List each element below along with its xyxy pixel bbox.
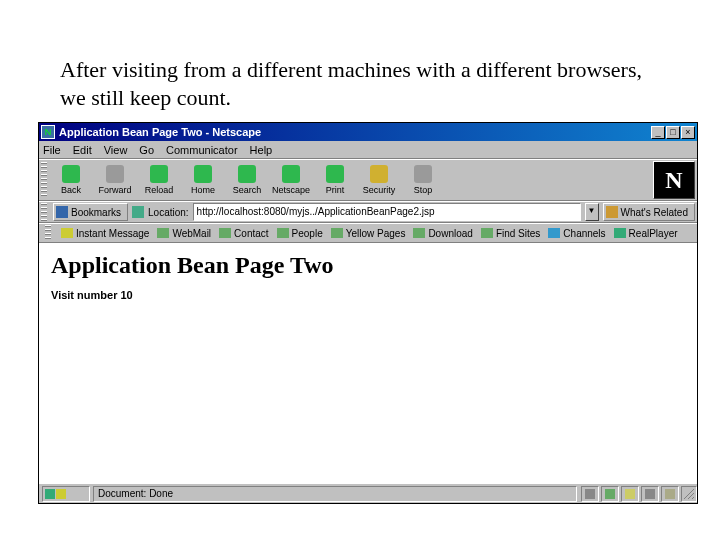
- personal-toolbar: Instant Message WebMail Contact People Y…: [39, 223, 697, 243]
- link-contact[interactable]: Contact: [219, 228, 268, 239]
- netscape-logo: N: [653, 161, 695, 199]
- toolbar: Back Forward Reload Home Search Netscape…: [39, 159, 697, 201]
- people-icon: [277, 228, 289, 238]
- channels-icon: [548, 228, 560, 238]
- mail-icon: [56, 489, 66, 499]
- home-button[interactable]: Home: [181, 161, 225, 199]
- whats-related-icon: [606, 206, 618, 218]
- links-grip[interactable]: [45, 225, 51, 241]
- close-button[interactable]: ×: [681, 126, 695, 139]
- yellowpages-icon: [331, 228, 343, 238]
- toolbar-grip[interactable]: [41, 162, 47, 198]
- link-people[interactable]: People: [277, 228, 323, 239]
- status-icon-1[interactable]: [581, 486, 599, 502]
- forward-button[interactable]: Forward: [93, 161, 137, 199]
- forward-icon: [106, 165, 124, 183]
- back-button[interactable]: Back: [49, 161, 93, 199]
- im-icon: [61, 228, 73, 238]
- content-area: Application Bean Page Two Visit number 1…: [39, 243, 697, 483]
- menu-file[interactable]: File: [43, 144, 61, 156]
- status-message: Document: Done: [93, 486, 577, 502]
- print-button[interactable]: Print: [313, 161, 357, 199]
- reload-icon: [150, 165, 168, 183]
- netscape-icon: N: [41, 125, 55, 139]
- url-dropdown[interactable]: ▼: [585, 203, 599, 221]
- minimize-button[interactable]: _: [651, 126, 665, 139]
- page-title: Application Bean Page Two: [51, 252, 685, 279]
- titlebar: N Application Bean Page Two - Netscape _…: [39, 123, 697, 141]
- whats-related-button[interactable]: What's Related: [603, 203, 696, 221]
- page-proxy-icon[interactable]: [132, 206, 144, 218]
- menubar: File Edit View Go Communicator Help: [39, 141, 697, 159]
- netscape-tb-icon: [282, 165, 300, 183]
- resize-grip[interactable]: [681, 486, 697, 502]
- lock-icon: [665, 489, 675, 499]
- findsites-icon: [481, 228, 493, 238]
- link-yellow-pages[interactable]: Yellow Pages: [331, 228, 406, 239]
- menu-help[interactable]: Help: [250, 144, 273, 156]
- back-icon: [62, 165, 80, 183]
- menu-communicator[interactable]: Communicator: [166, 144, 238, 156]
- link-webmail[interactable]: WebMail: [157, 228, 211, 239]
- download-icon: [413, 228, 425, 238]
- slide-caption: After visiting from a different machines…: [60, 56, 660, 111]
- home-icon: [194, 165, 212, 183]
- netscape-button[interactable]: Netscape: [269, 161, 313, 199]
- status-icon-2[interactable]: [601, 486, 619, 502]
- statusbar: Document: Done: [39, 483, 697, 503]
- location-label: Location:: [148, 207, 189, 218]
- location-bar: Bookmarks Location: http://localhost:808…: [39, 201, 697, 223]
- security-icon: [370, 165, 388, 183]
- bookmarks-button[interactable]: Bookmarks: [53, 203, 128, 221]
- window-title: Application Bean Page Two - Netscape: [59, 126, 651, 138]
- link-realplayer[interactable]: RealPlayer: [614, 228, 678, 239]
- netscape-window: N Application Bean Page Two - Netscape _…: [38, 122, 698, 504]
- contact-icon: [219, 228, 231, 238]
- status-icon-3[interactable]: [621, 486, 639, 502]
- maximize-button[interactable]: □: [666, 126, 680, 139]
- search-button[interactable]: Search: [225, 161, 269, 199]
- link-find-sites[interactable]: Find Sites: [481, 228, 540, 239]
- link-download[interactable]: Download: [413, 228, 472, 239]
- security-button[interactable]: Security: [357, 161, 401, 199]
- navigator-icon: [45, 489, 55, 499]
- menu-go[interactable]: Go: [139, 144, 154, 156]
- reload-button[interactable]: Reload: [137, 161, 181, 199]
- status-lock-icon[interactable]: [661, 486, 679, 502]
- print-icon: [326, 165, 344, 183]
- stop-button[interactable]: Stop: [401, 161, 445, 199]
- menu-view[interactable]: View: [104, 144, 128, 156]
- stop-icon: [414, 165, 432, 183]
- url-input[interactable]: http://localhost:8080/myjs../Application…: [193, 203, 581, 221]
- status-icon-4[interactable]: [641, 486, 659, 502]
- webmail-icon: [157, 228, 169, 238]
- search-icon: [238, 165, 256, 183]
- locbar-grip[interactable]: [41, 203, 47, 221]
- realplayer-icon: [614, 228, 626, 238]
- component-bar[interactable]: [42, 486, 90, 502]
- bookmarks-icon: [56, 206, 68, 218]
- link-instant-message[interactable]: Instant Message: [61, 228, 149, 239]
- link-channels[interactable]: Channels: [548, 228, 605, 239]
- visit-counter: Visit number 10: [51, 289, 685, 301]
- menu-edit[interactable]: Edit: [73, 144, 92, 156]
